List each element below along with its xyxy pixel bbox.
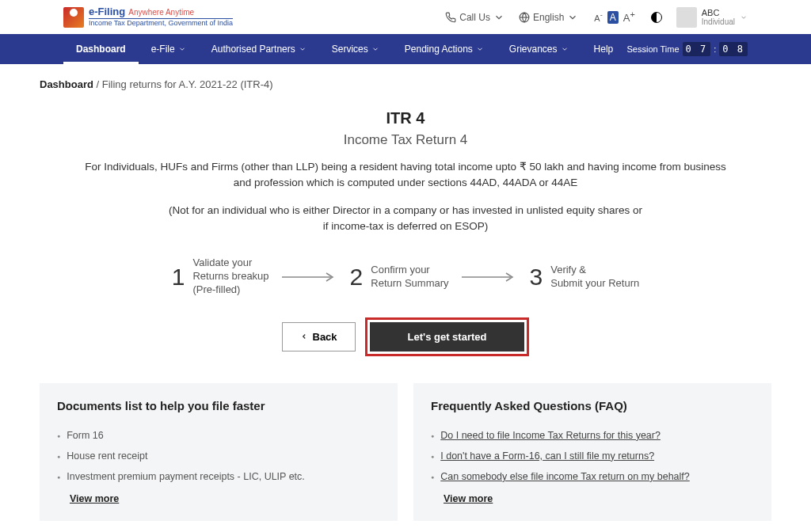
font-size-toggle[interactable]: A- A A+ [592, 10, 636, 24]
breadcrumb: Dashboard / Filing returns for A.Y. 2021… [0, 64, 811, 97]
nav-grievances[interactable]: Grievances [497, 34, 581, 64]
get-started-button[interactable]: Let's get started [370, 322, 525, 352]
globe-icon [519, 12, 530, 23]
chevron-down-icon [493, 12, 504, 23]
arrow-icon [282, 272, 337, 282]
chevron-down-icon [371, 45, 379, 53]
chevron-down-icon [476, 45, 484, 53]
breadcrumb-root[interactable]: Dashboard [40, 78, 93, 90]
chevron-down-icon [561, 45, 569, 53]
info-panels: Documents list to help you file faster F… [0, 372, 811, 532]
list-item: House rent receipt [57, 446, 380, 466]
nav-services[interactable]: Services [319, 34, 392, 64]
primary-button-highlight: Let's get started [365, 317, 530, 356]
step-2: 2 Confirm yourReturn Summary [350, 264, 449, 291]
main-content: ITR 4 Income Tax Return 4 For Individual… [0, 97, 811, 372]
nav-authorised-partners[interactable]: Authorised Partners [199, 34, 319, 64]
description-primary: For Individuals, HUFs and Firms (other t… [81, 159, 730, 192]
faq-link[interactable]: I don't have a Form-16, can I still file… [440, 450, 654, 462]
chevron-down-icon [567, 12, 578, 23]
header-top: e-FilingAnywhere Anytime Income Tax Depa… [0, 0, 811, 34]
contrast-toggle[interactable] [651, 12, 662, 23]
contrast-icon [651, 12, 662, 23]
avatar [676, 7, 697, 28]
language-dropdown[interactable]: English [519, 12, 578, 23]
chevron-down-icon [299, 45, 307, 53]
back-button[interactable]: Back [282, 322, 356, 352]
chevron-down-icon [740, 13, 748, 21]
list-item: Do I need to file Income Tax Returns for… [431, 425, 754, 446]
user-type: Individual [702, 17, 735, 26]
arrow-icon [462, 272, 517, 282]
list-item: Can somebody else file income Tax return… [431, 466, 754, 487]
button-row: Back Let's get started [63, 317, 748, 356]
session-timer: Session Time 0 7:0 8 [627, 42, 748, 56]
nav-pending-actions[interactable]: Pending Actions [392, 34, 497, 64]
call-us-dropdown[interactable]: Call Us [445, 12, 504, 23]
list-item: I don't have a Form-16, can I still file… [431, 446, 754, 466]
logo-title: e-FilingAnywhere Anytime [89, 6, 233, 17]
faq-link[interactable]: Can somebody else file income Tax return… [440, 471, 690, 482]
nav-efile[interactable]: e-File [139, 34, 199, 64]
documents-panel: Documents list to help you file faster F… [40, 383, 398, 521]
faq-title: Frequently Asked Questions (FAQ) [431, 399, 754, 412]
page-title: ITR 4 [63, 109, 748, 127]
logo-subtitle: Income Tax Department, Government of Ind… [89, 18, 233, 28]
nav-help[interactable]: Help [581, 34, 626, 64]
font-large-icon: A+ [622, 10, 637, 24]
page-subtitle: Income Tax Return 4 [63, 132, 748, 148]
nav-dashboard[interactable]: Dashboard [63, 34, 139, 64]
step-1: 1 Validate yourReturns breakup(Pre-fille… [172, 256, 269, 297]
logo-block[interactable]: e-FilingAnywhere Anytime Income Tax Depa… [63, 6, 437, 28]
faq-panel: Frequently Asked Questions (FAQ) Do I ne… [413, 383, 771, 521]
breadcrumb-current: Filing returns for A.Y. 2021-22 (ITR-4) [102, 78, 273, 90]
chevron-left-icon [300, 332, 308, 341]
emblem-icon [63, 7, 84, 28]
list-item: Form 16 [57, 425, 380, 446]
documents-title: Documents list to help you file faster [57, 399, 380, 412]
font-medium-icon: A [607, 11, 619, 24]
steps-row: 1 Validate yourReturns breakup(Pre-fille… [63, 256, 748, 297]
user-menu[interactable]: ABC Individual [676, 7, 748, 28]
font-small-icon: A- [592, 11, 603, 23]
phone-icon [445, 12, 456, 23]
view-more-link[interactable]: View more [70, 493, 119, 504]
main-nav: Dashboard e-File Authorised Partners Ser… [0, 34, 811, 64]
chevron-down-icon [178, 45, 186, 53]
faq-link[interactable]: Do I need to file Income Tax Returns for… [440, 430, 661, 441]
view-more-link[interactable]: View more [444, 493, 493, 504]
list-item: Investment premium payment receipts - LI… [57, 466, 380, 487]
description-note: (Not for an individual who is either Dir… [81, 203, 730, 235]
step-3: 3 Verify &Submit your Return [530, 264, 640, 291]
user-name: ABC [702, 8, 735, 17]
